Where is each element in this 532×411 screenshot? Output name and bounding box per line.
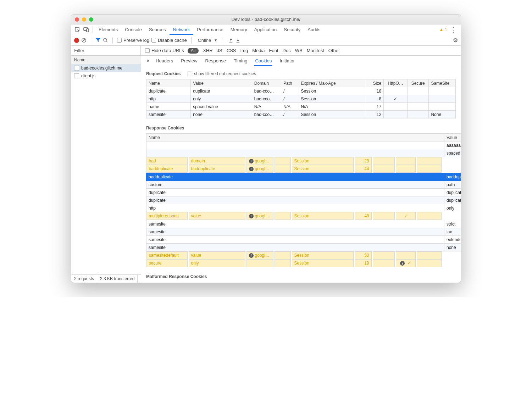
table-row[interactable]: duplicateduplicateSession20 <box>146 189 461 196</box>
clear-icon[interactable] <box>81 38 87 43</box>
column-header[interactable]: Expires / Max-Age <box>299 79 365 87</box>
table-row[interactable]: httponlySession20✓ <box>146 204 461 212</box>
malformed-cookie-row: ✕ bad=syn ax <box>141 282 461 283</box>
filter-type-font[interactable]: Font <box>269 48 278 53</box>
subtab-timing[interactable]: Timing <box>233 56 248 66</box>
network-toolbar: Preserve log Disable cache Online▼ ⚙ <box>71 35 461 46</box>
table-row[interactable]: spacedSession27 <box>146 149 461 157</box>
filter-row: Hide data URLs AllXHRJSCSSImgMediaFontDo… <box>71 46 461 56</box>
subtab-cookies[interactable]: Cookies <box>254 56 272 66</box>
table-row[interactable]: samesitenonebad-coo…/Session12None <box>146 111 456 118</box>
column-header[interactable]: Value <box>444 134 461 141</box>
column-header[interactable]: Value <box>191 79 252 87</box>
hide-data-urls-checkbox[interactable]: Hide data URLs <box>145 48 184 53</box>
table-row[interactable]: samesitestrictSession33Strict <box>146 220 461 228</box>
tab-elements[interactable]: Elements <box>95 24 121 35</box>
request-item[interactable]: client.js <box>71 72 141 80</box>
table-row[interactable]: multiplereasonsvalueigoogl…Session48✓ <box>146 212 442 220</box>
minimize-window-button[interactable] <box>82 17 86 22</box>
filter-input[interactable] <box>71 46 141 55</box>
table-row[interactable]: aaaaaaaaaaaaaSession15 <box>146 141 461 149</box>
response-cookies-header: Response Cookies <box>141 124 461 133</box>
request-list-sidebar: Name bad-cookies.glitch.meclient.js 2 re… <box>71 56 141 283</box>
filter-type-js[interactable]: JS <box>217 48 222 53</box>
info-icon: i <box>249 214 254 218</box>
tab-console[interactable]: Console <box>121 24 145 35</box>
tab-security[interactable]: Security <box>280 24 304 35</box>
record-button[interactable] <box>74 38 79 43</box>
status-bar: 2 requests 2.3 KB transferred <box>71 274 141 283</box>
subtab-response[interactable]: Response <box>204 56 227 66</box>
filter-icon[interactable] <box>95 38 101 43</box>
filter-type-ws[interactable]: WS <box>295 48 303 53</box>
filter-type-img[interactable]: Img <box>240 48 248 53</box>
table-row[interactable]: namespaced valueN/AN/AN/A17 <box>146 103 456 111</box>
requests-count: 2 requests <box>71 275 97 283</box>
column-header[interactable]: Size <box>365 79 384 87</box>
column-header[interactable]: HttpO… <box>384 79 408 87</box>
close-window-button[interactable] <box>75 17 79 22</box>
filter-type-manifest[interactable]: Manifest <box>307 48 324 53</box>
response-cookies-table: NameValueDomainPathExpires / Max-AgeSize… <box>146 133 461 267</box>
preserve-log-checkbox[interactable]: Preserve log <box>117 38 149 43</box>
request-item[interactable]: bad-cookies.glitch.me <box>71 64 141 72</box>
tab-sources[interactable]: Sources <box>145 24 170 35</box>
close-details-icon[interactable]: ✕ <box>146 58 150 63</box>
zoom-window-button[interactable] <box>89 17 93 22</box>
malformed-cookies-header: Malformed Response Cookies <box>141 273 461 282</box>
column-header[interactable]: Name <box>146 134 444 141</box>
filter-type-xhr[interactable]: XHR <box>203 48 212 53</box>
disable-cache-checkbox[interactable]: Disable cache <box>151 38 187 43</box>
settings-icon[interactable]: ⚙ <box>453 37 458 44</box>
filter-type-all[interactable]: All <box>188 48 199 54</box>
file-icon <box>74 73 79 78</box>
details-pane: ✕ HeadersPreviewResponseTimingCookiesIni… <box>141 56 461 283</box>
upload-icon[interactable] <box>228 38 233 43</box>
table-row[interactable]: samesitenoneSession29None <box>146 244 461 251</box>
search-icon[interactable] <box>103 38 108 43</box>
table-row[interactable]: badduplicatebadduplicateigoogl…Session44 <box>146 165 442 173</box>
column-header[interactable]: Domain <box>252 79 281 87</box>
filter-type-media[interactable]: Media <box>252 48 265 53</box>
more-menu-icon[interactable]: ⋮ <box>450 26 456 34</box>
table-row[interactable]: samesiteextendedSession37Extended <box>146 236 461 244</box>
show-filtered-checkbox[interactable]: show filtered out request cookies <box>188 71 256 76</box>
info-icon: i <box>249 167 254 171</box>
filter-type-doc[interactable]: Doc <box>283 48 291 53</box>
filter-type-css[interactable]: CSS <box>227 48 236 53</box>
subtab-preview[interactable]: Preview <box>180 56 198 66</box>
table-row[interactable]: custompath/cu…Session30 <box>146 181 461 189</box>
column-header[interactable]: SameSite <box>429 79 456 87</box>
titlebar: DevTools - bad-cookies.glitch.me/ <box>71 15 461 24</box>
request-cookies-table: NameValueDomainPathExpires / Max-AgeSize… <box>146 79 456 118</box>
issues-badge[interactable]: ▲ 1 <box>439 27 447 32</box>
subtab-headers[interactable]: Headers <box>155 56 174 66</box>
tab-network[interactable]: Network <box>170 24 194 35</box>
table-row[interactable]: duplicateduplicateSession20 <box>146 196 461 204</box>
inspect-icon[interactable] <box>74 27 81 33</box>
info-icon: i <box>400 261 405 266</box>
filter-type-other[interactable]: Other <box>328 48 340 53</box>
sidebar-header[interactable]: Name <box>71 56 141 64</box>
window-title: DevTools - bad-cookies.glitch.me/ <box>232 17 300 22</box>
column-header[interactable]: Secure <box>408 79 429 87</box>
table-row[interactable]: httponlybad-coo…/Session8✓ <box>146 95 456 103</box>
table-row[interactable]: baddomainigoogl…Session29 <box>146 157 442 165</box>
throttling-select[interactable]: Online▼ <box>196 38 220 43</box>
column-header[interactable]: Path <box>281 79 299 87</box>
svg-line-6 <box>106 41 107 42</box>
tab-memory[interactable]: Memory <box>227 24 251 35</box>
table-row[interactable]: samesitelaxSession27Lax <box>146 228 461 236</box>
table-row[interactable]: duplicateduplicatebad-coo…/Session18 <box>146 87 456 95</box>
tab-audits[interactable]: Audits <box>304 24 324 35</box>
table-row[interactable]: secureonlySession19i ✓ <box>146 259 442 267</box>
column-header[interactable]: Name <box>146 79 191 87</box>
tab-application[interactable]: Application <box>251 24 281 35</box>
table-row[interactable]: badduplicatebadduplicateigoogl…Session44 <box>146 173 461 181</box>
table-row[interactable]: samesitedefaultvalueigoogl…Session50 <box>146 251 442 259</box>
tab-performance[interactable]: Performance <box>193 24 227 35</box>
device-toggle-icon[interactable] <box>83 27 89 33</box>
download-icon[interactable] <box>235 38 240 43</box>
subtab-initiator[interactable]: Initiator <box>279 56 295 66</box>
svg-rect-2 <box>87 29 89 32</box>
